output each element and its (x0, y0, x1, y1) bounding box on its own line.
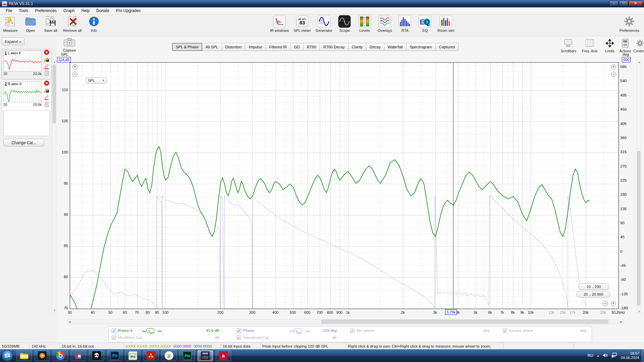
taskbar-app-explorer[interactable] (16, 350, 32, 361)
horizontal-scrollbar[interactable]: ◀ ▶ (67, 319, 624, 324)
menu-pro-upgrades[interactable]: Pro Upgrades (113, 8, 144, 14)
measurement-checkbox[interactable]: ✓ (112, 328, 116, 333)
maximize-button[interactable]: □ (619, 1, 628, 6)
tab-waterfall[interactable]: Waterfall (384, 43, 407, 51)
taskbar-app-molecule-app[interactable] (143, 350, 159, 361)
y-axis-left-limit[interactable]: 114,45 (57, 57, 71, 62)
toolbar-levels-button[interactable]: 0369Levels (357, 15, 372, 33)
menu-help[interactable]: Help (78, 8, 93, 14)
toolbar-overlays-button[interactable]: Overlays (377, 15, 392, 33)
menu-preferences[interactable]: Preferences (32, 8, 60, 14)
y-axis-right-limit[interactable]: 600 (622, 57, 631, 62)
language-indicator[interactable]: RU (588, 353, 593, 358)
trace-color-button[interactable] (44, 64, 50, 70)
zoom-in-x[interactable]: + (611, 301, 616, 306)
edit-measurement-button[interactable] (44, 88, 50, 94)
phase-smoothing-badge[interactable]: 1⁄12 (294, 328, 302, 333)
change-cal-button[interactable]: Change Cal... (3, 139, 44, 146)
tray-expand-icon[interactable]: ▲ (597, 354, 599, 357)
taskbar-app-winrar[interactable] (71, 350, 86, 361)
taskbar-app-rew[interactable]: REW (198, 350, 213, 361)
zoom-out-y-right[interactable]: − (611, 72, 616, 77)
menu-donate[interactable]: Donate (93, 8, 112, 14)
toolbar-info-button[interactable]: Info (86, 15, 102, 33)
toolbar-preferences-button[interactable]: Preferences (620, 15, 639, 33)
vertical-scrollbar[interactable]: ▲ ▼ (637, 60, 641, 313)
sidebar-scrollbar[interactable]: ▲ ▼ (52, 60, 56, 312)
menu-tools[interactable]: Tools (16, 8, 31, 14)
network-icon[interactable] (611, 353, 618, 359)
start-button[interactable] (2, 350, 13, 361)
spl-phase-plot[interactable]: + − + − − + SPL ▼ 10 .. 200 20 .. 20 000 (70, 62, 619, 309)
y-right-tick: 405 (620, 122, 634, 126)
taskbar-app-image-viewer[interactable] (125, 350, 141, 361)
measurement-notes[interactable] (3, 111, 50, 136)
cursor-frequency-readout[interactable]: 3,76k (445, 309, 457, 315)
phase-checkbox[interactable]: ✓ (237, 328, 241, 333)
toolbar-room-sim-button[interactable]: Room sim (437, 15, 454, 33)
zoom-out-x[interactable]: − (603, 301, 608, 306)
soundcard-cal-checkbox[interactable]: ✓ (237, 336, 241, 340)
toolbar-remove-all-button[interactable]: Remove all (63, 15, 82, 33)
zoom-in-y-right[interactable]: + (611, 64, 616, 69)
spl-smoothing-badge[interactable]: 1⁄12 (147, 328, 154, 333)
close-button[interactable]: ✕ (629, 1, 643, 6)
range-20-20000-button[interactable]: 20 .. 20 000 (577, 291, 610, 298)
excess-phase-checkbox[interactable]: ✓ (503, 328, 507, 333)
scrollbars-button[interactable]: Scrollbars (558, 39, 579, 53)
close-measurement-button[interactable] (44, 50, 50, 56)
taskbar-app-media-player[interactable] (35, 350, 50, 361)
title-bar[interactable]: REW V5.31.1 – □ ✕ (0, 0, 644, 7)
min-phase-checkbox[interactable]: ✓ (350, 328, 355, 333)
measurement-card-1[interactable]: 1 L июн 4 20 20,0k (1, 49, 52, 79)
taskbar-app-amd[interactable]: a (216, 350, 231, 361)
toolbar-measure-button[interactable]: Measure (3, 15, 18, 33)
trace-type-select[interactable]: SPL ▼ (86, 77, 107, 83)
zoom-in-y-left[interactable]: + (72, 64, 77, 69)
taskbar-app-utorrent[interactable]: µ (161, 350, 177, 361)
toolbar-open-button[interactable]: Open (23, 15, 38, 33)
toolbar-rta-button[interactable]: RTA (397, 15, 413, 33)
volume-icon[interactable] (603, 353, 608, 359)
tab-captured[interactable]: Captured (436, 43, 459, 51)
minimize-button[interactable]: – (609, 1, 619, 6)
edit-measurement-button[interactable] (44, 57, 50, 63)
tab-spectrogram[interactable]: Spectrogram (407, 43, 436, 51)
show-desktop-button[interactable] (641, 349, 644, 362)
trace-color-button[interactable] (44, 95, 50, 101)
toolbar-eq-button[interactable]: EQEQ (417, 15, 433, 33)
taskbar-app-photoshop[interactable]: Ps (107, 350, 122, 361)
taskbar-app-foobar2000[interactable] (89, 350, 104, 361)
mic-meter-cal-checkbox[interactable]: ✓ (112, 336, 116, 340)
menu-file[interactable]: File (3, 8, 15, 14)
capture-button[interactable]: Capture (60, 38, 78, 54)
menu-graph[interactable]: Graph (60, 8, 77, 14)
tab-gd[interactable]: GD (291, 43, 304, 51)
tab-clarity[interactable]: Clarity (348, 43, 367, 51)
toolbar-scope-button[interactable]: Scope (337, 15, 352, 33)
controls-button[interactable]: Controls (629, 39, 644, 53)
tab-distortion[interactable]: Distortion (222, 43, 246, 51)
expand-button[interactable]: Expand » (2, 38, 24, 45)
close-measurement-button[interactable] (44, 81, 50, 86)
toolbar-generator-button[interactable]: Generator (316, 15, 332, 33)
range-10-200-button[interactable]: 10 .. 200 (578, 283, 609, 290)
measurement-notes-button[interactable] (44, 71, 50, 77)
measurement-card-2[interactable]: 2 R июн 4 20 20,0k (1, 80, 52, 112)
measurement-notes-button[interactable] (44, 102, 50, 108)
tab-all-spl[interactable]: All SPL (202, 43, 222, 51)
zoom-out-y-left[interactable]: − (72, 72, 77, 77)
tab-rt60[interactable]: RT60 (304, 43, 320, 51)
tab-filtered-ir[interactable]: Filtered IR (266, 43, 291, 51)
tab-rt60-decay[interactable]: RT60 Decay (320, 43, 348, 51)
toolbar-ir-windows-button[interactable]: IR windows (270, 15, 289, 33)
taskbar-app-audition[interactable]: Au (179, 350, 195, 361)
toolbar-save-all-button[interactable]: Save all (43, 15, 58, 33)
taskbar-app-chrome[interactable] (53, 350, 68, 361)
toolbar-spl-meter-button[interactable]: dB SPL83SPL meter (293, 15, 311, 33)
tab-impulse[interactable]: Impulse (245, 43, 266, 51)
tab-spl-phase[interactable]: SPL & Phase (172, 43, 202, 51)
freq-axis-button[interactable]: Freq. Axis (579, 39, 600, 53)
clock[interactable]: 18:57 04.06.2024 (621, 351, 639, 360)
tab-decay[interactable]: Decay (366, 43, 384, 51)
